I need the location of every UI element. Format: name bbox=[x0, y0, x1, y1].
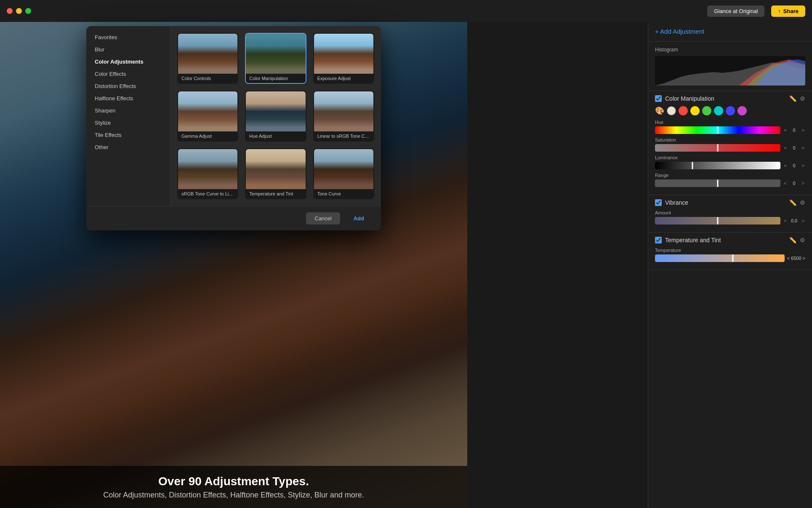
sidebar-item-tile-effects[interactable]: Tile Effects bbox=[86, 129, 170, 141]
filter-card-linear-srgb[interactable]: Linear to sRGB Tone C... bbox=[313, 91, 374, 142]
share-button[interactable]: ↑ Share bbox=[771, 5, 805, 17]
filter-picker-dialog: Favorites Blur Color Adjustments Color E… bbox=[86, 26, 381, 230]
hue-param: Hue < 0 > bbox=[655, 120, 805, 134]
saturation-thumb[interactable] bbox=[717, 144, 719, 152]
filter-card-gamma-adjust[interactable]: Gamma Adjust bbox=[177, 91, 238, 142]
right-panel: + Add Adjustment Histogram Color Manipul… bbox=[648, 22, 812, 508]
eyedropper-icon[interactable]: 🎨 bbox=[655, 106, 664, 115]
vibrance-settings-icon[interactable]: ⚙ bbox=[800, 199, 805, 206]
filter-label-tone-curve: Tone Curve bbox=[314, 189, 373, 198]
temperature-tint-header: Temperature and Tint ✏️ ⚙ bbox=[655, 237, 805, 243]
luminance-decrement[interactable]: < bbox=[783, 163, 787, 168]
range-arrows: < 0 > bbox=[783, 181, 805, 186]
sidebar-item-sharpen[interactable]: Sharpen bbox=[86, 104, 170, 117]
sidebar-item-color-adjustments[interactable]: Color Adjustments bbox=[86, 56, 170, 68]
filter-label-color-manipulation: Color Manipulation bbox=[246, 74, 305, 83]
color-dot-6[interactable] bbox=[737, 106, 747, 115]
saturation-increment[interactable]: > bbox=[801, 145, 805, 150]
luminance-slider[interactable] bbox=[655, 162, 780, 169]
filter-thumb-linear-srgb bbox=[314, 91, 373, 131]
filter-thumb-hue-adjust bbox=[246, 91, 305, 131]
add-adjustment-button[interactable]: + Add Adjustment bbox=[655, 28, 704, 35]
color-dot-0[interactable] bbox=[667, 106, 676, 115]
saturation-slider[interactable] bbox=[655, 144, 780, 152]
filter-card-srgb-tone-curve[interactable]: sRGB Tone Curve to Li... bbox=[177, 148, 238, 199]
filter-thumb-color-manipulation bbox=[246, 34, 305, 74]
add-button[interactable]: Add bbox=[345, 212, 373, 225]
luminance-thumb[interactable] bbox=[692, 162, 693, 169]
color-dot-4[interactable] bbox=[714, 106, 723, 115]
color-dot-1[interactable] bbox=[679, 106, 688, 115]
color-dot-3[interactable] bbox=[702, 106, 711, 115]
temperature-arrows: < 6500 > bbox=[787, 256, 805, 261]
color-manipulation-actions: ✏️ ⚙ bbox=[789, 95, 805, 102]
sidebar-item-distortion-effects[interactable]: Distortion Effects bbox=[86, 80, 170, 92]
luminance-control: < 0 > bbox=[655, 162, 805, 169]
settings-icon[interactable]: ⚙ bbox=[800, 95, 805, 102]
cancel-button[interactable]: Cancel bbox=[306, 212, 340, 225]
sidebar-item-favorites[interactable]: Favorites bbox=[86, 31, 170, 43]
filter-thumb-srgb-tone-curve bbox=[178, 149, 237, 189]
filter-grid: Color Controls Color Manipulation Exposu… bbox=[170, 26, 381, 206]
amount-thumb[interactable] bbox=[717, 217, 719, 225]
edit-icon[interactable]: ✏️ bbox=[789, 95, 796, 102]
sidebar-item-other[interactable]: Other bbox=[86, 141, 170, 153]
glance-at-original-button[interactable]: Glance at Original bbox=[707, 5, 764, 17]
temperature-thumb[interactable] bbox=[732, 254, 733, 262]
titlebar-controls: Glance at Original ↑ Share bbox=[707, 5, 805, 17]
temperature-value: < 6500 > bbox=[787, 256, 805, 261]
saturation-control: < 0 > bbox=[655, 144, 805, 152]
amount-control: < 0.0 > bbox=[655, 217, 805, 225]
temp-settings-icon[interactable]: ⚙ bbox=[800, 237, 805, 243]
sidebar-item-color-effects[interactable]: Color Effects bbox=[86, 68, 170, 80]
dialog-body: Favorites Blur Color Adjustments Color E… bbox=[86, 26, 381, 206]
hue-decrement[interactable]: < bbox=[783, 128, 787, 133]
filter-card-tone-curve[interactable]: Tone Curve bbox=[313, 148, 374, 199]
range-increment[interactable]: > bbox=[801, 181, 805, 186]
minimize-button[interactable] bbox=[16, 8, 22, 14]
range-thumb[interactable] bbox=[717, 179, 719, 187]
close-button[interactable] bbox=[7, 8, 13, 14]
vibrance-edit-icon[interactable]: ✏️ bbox=[789, 199, 796, 206]
hue-slider[interactable] bbox=[655, 126, 780, 134]
filter-card-color-manipulation[interactable]: Color Manipulation bbox=[245, 33, 306, 84]
range-param: Range < 0 > bbox=[655, 173, 805, 187]
range-label: Range bbox=[655, 173, 805, 178]
luminance-increment[interactable]: > bbox=[801, 163, 805, 168]
temperature-slider[interactable] bbox=[655, 254, 785, 262]
amount-increment[interactable]: > bbox=[801, 218, 805, 223]
bottom-overlay: Over 90 Adjustment Types. Color Adjustme… bbox=[0, 466, 467, 508]
filter-label-linear-srgb: Linear to sRGB Tone C... bbox=[314, 131, 373, 141]
maximize-button[interactable] bbox=[25, 8, 31, 14]
filter-label-hue-adjust: Hue Adjust bbox=[246, 131, 305, 141]
bottom-title: Over 90 Adjustment Types. bbox=[8, 475, 459, 488]
hue-increment[interactable]: > bbox=[801, 128, 805, 133]
filter-card-color-controls[interactable]: Color Controls bbox=[177, 33, 238, 84]
temperature-tint-block: Temperature and Tint ✏️ ⚙ Temperature < … bbox=[648, 233, 812, 270]
sidebar-item-stylize[interactable]: Stylize bbox=[86, 117, 170, 129]
amount-label: Amount bbox=[655, 210, 805, 215]
range-decrement[interactable]: < bbox=[783, 181, 787, 186]
range-slider[interactable] bbox=[655, 179, 780, 187]
sidebar-item-blur[interactable]: Blur bbox=[86, 43, 170, 56]
filter-thumb-temperature-tint bbox=[246, 149, 305, 189]
filter-card-exposure-adjust[interactable]: Exposure Adjust bbox=[313, 33, 374, 84]
sidebar-item-halftone-effects[interactable]: Halftone Effects bbox=[86, 92, 170, 104]
color-manipulation-checkbox[interactable] bbox=[655, 95, 662, 102]
temp-edit-icon[interactable]: ✏️ bbox=[789, 237, 796, 243]
color-dot-2[interactable] bbox=[690, 106, 700, 115]
filter-label-gamma-adjust: Gamma Adjust bbox=[178, 131, 237, 141]
saturation-decrement[interactable]: < bbox=[783, 145, 787, 150]
temperature-tint-checkbox[interactable] bbox=[655, 237, 662, 243]
color-manipulation-header: Color Manipulation ✏️ ⚙ bbox=[655, 95, 805, 102]
filter-card-hue-adjust[interactable]: Hue Adjust bbox=[245, 91, 306, 142]
saturation-label: Saturation bbox=[655, 137, 805, 142]
amount-slider[interactable] bbox=[655, 217, 780, 225]
color-dot-5[interactable] bbox=[726, 106, 735, 115]
temperature-control: < 6500 > bbox=[655, 254, 805, 262]
amount-decrement[interactable]: < bbox=[783, 218, 787, 223]
filter-card-temperature-tint[interactable]: Temperature and Tint bbox=[245, 148, 306, 199]
vibrance-checkbox[interactable] bbox=[655, 199, 662, 206]
hue-thumb[interactable] bbox=[717, 126, 719, 134]
filter-category-sidebar: Favorites Blur Color Adjustments Color E… bbox=[86, 26, 170, 206]
